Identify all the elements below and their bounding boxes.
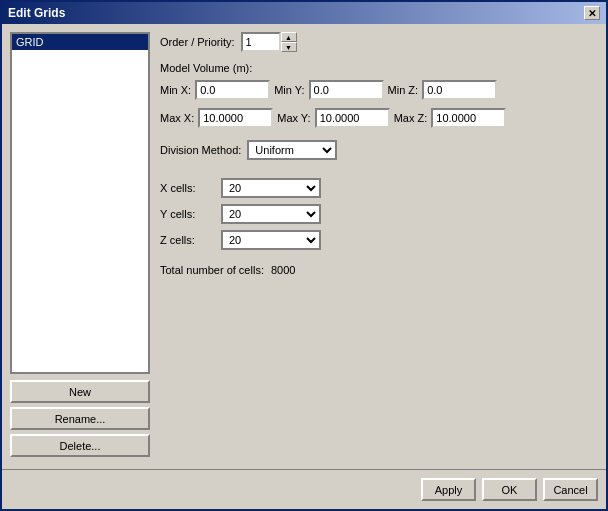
division-method-select[interactable]: Uniform Non-uniform — [247, 140, 337, 160]
division-method-label: Division Method: — [160, 144, 241, 156]
edit-grids-window: Edit Grids ✕ GRID New Rename... Delete..… — [0, 0, 608, 511]
delete-button[interactable]: Delete... — [10, 434, 150, 457]
list-item[interactable]: GRID — [12, 34, 148, 50]
left-panel: GRID New Rename... Delete... — [10, 32, 150, 461]
close-button[interactable]: ✕ — [584, 6, 600, 20]
apply-button[interactable]: Apply — [421, 478, 476, 501]
min-x-input[interactable] — [195, 80, 270, 100]
grid-list[interactable]: GRID — [10, 32, 150, 374]
main-content: GRID New Rename... Delete... Order / Pri… — [2, 24, 606, 469]
max-y-input[interactable] — [315, 108, 390, 128]
ok-button[interactable]: OK — [482, 478, 537, 501]
division-method-row: Division Method: Uniform Non-uniform — [160, 140, 598, 160]
order-priority-row: Order / Priority: ▲ ▼ — [160, 32, 598, 52]
x-cells-row: X cells: 510152025304050 — [160, 178, 598, 198]
min-y-input[interactable] — [309, 80, 384, 100]
spinner-up[interactable]: ▲ — [281, 32, 297, 42]
spinner-down[interactable]: ▼ — [281, 42, 297, 52]
title-bar: Edit Grids ✕ — [2, 2, 606, 24]
max-x-label: Max X: — [160, 112, 194, 124]
order-priority-label: Order / Priority: — [160, 36, 235, 48]
right-panel: Order / Priority: ▲ ▼ Model Volume (m): … — [160, 32, 598, 461]
max-y-label: Max Y: — [277, 112, 310, 124]
min-z-label: Min Z: — [388, 84, 419, 96]
max-z-label: Max Z: — [394, 112, 428, 124]
y-cells-select[interactable]: 510152025304050 — [221, 204, 321, 224]
z-cells-row: Z cells: 510152025304050 — [160, 230, 598, 250]
y-cells-row: Y cells: 510152025304050 — [160, 204, 598, 224]
left-buttons: New Rename... Delete... — [10, 380, 150, 461]
window-title: Edit Grids — [8, 6, 65, 20]
z-cells-label: Z cells: — [160, 234, 215, 246]
model-volume-section-label: Model Volume (m): — [160, 62, 598, 74]
min-x-label: Min X: — [160, 84, 191, 96]
new-button[interactable]: New — [10, 380, 150, 403]
spacer — [160, 166, 598, 172]
y-cells-label: Y cells: — [160, 208, 215, 220]
model-volume-label: Model Volume (m): — [160, 62, 252, 74]
spinner-arrows: ▲ ▼ — [281, 32, 297, 52]
rename-button[interactable]: Rename... — [10, 407, 150, 430]
order-priority-input[interactable] — [241, 32, 281, 52]
bottom-buttons: Apply OK Cancel — [2, 469, 606, 509]
max-x-input[interactable] — [198, 108, 273, 128]
min-row: Min X: Min Y: Min Z: — [160, 80, 598, 100]
x-cells-select[interactable]: 510152025304050 — [221, 178, 321, 198]
total-cells-label: Total number of cells: 8000 — [160, 264, 295, 276]
max-row: Max X: Max Y: Max Z: — [160, 108, 598, 128]
max-z-input[interactable] — [431, 108, 506, 128]
order-priority-spinner: ▲ ▼ — [241, 32, 297, 52]
total-cells-row: Total number of cells: 8000 — [160, 264, 598, 276]
z-cells-select[interactable]: 510152025304050 — [221, 230, 321, 250]
min-z-input[interactable] — [422, 80, 497, 100]
x-cells-label: X cells: — [160, 182, 215, 194]
cancel-button[interactable]: Cancel — [543, 478, 598, 501]
min-y-label: Min Y: — [274, 84, 304, 96]
